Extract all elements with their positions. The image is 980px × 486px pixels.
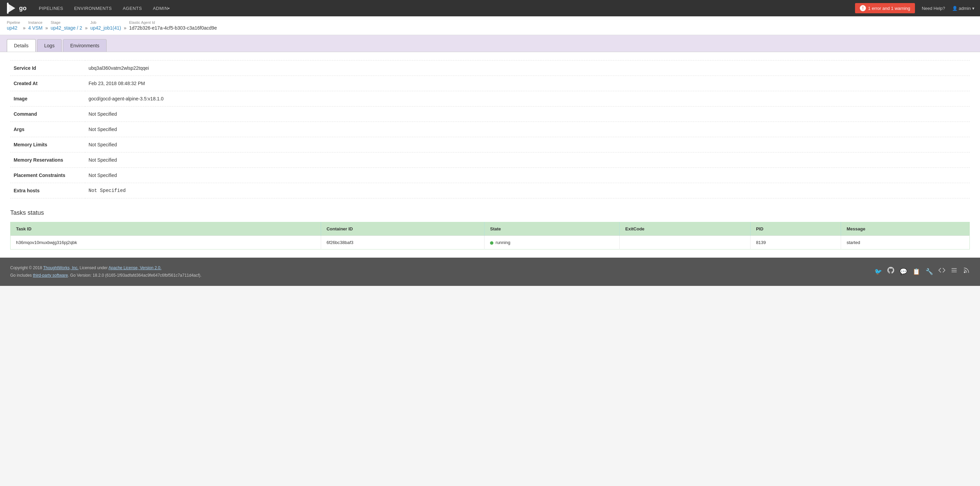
breadcrumb-pipeline: Pipeline up42 xyxy=(7,21,20,31)
details-value: Not Specified xyxy=(85,152,970,168)
details-value: Not Specified xyxy=(85,106,970,122)
svg-rect-4 xyxy=(952,272,957,273)
footer-go-text: Go includes xyxy=(10,273,33,278)
instance-label: Instance xyxy=(28,21,43,24)
footer-licensed: Licensed under xyxy=(79,265,109,270)
nav-agents[interactable]: AGENTS xyxy=(117,0,147,16)
details-row: Imagegocd/gocd-agent-alpine-3.5:v18.1.0 xyxy=(10,91,970,106)
tab-details[interactable]: Details xyxy=(7,39,36,52)
tasks-table-header: Task ID Container ID State ExitCode PID … xyxy=(11,222,970,236)
admin-username: admin xyxy=(959,6,971,11)
job-label: Job xyxy=(90,21,121,24)
breadcrumb-stage: Stage up42_stage / 2 xyxy=(51,21,83,31)
tab-environments[interactable]: Environments xyxy=(63,39,107,52)
tasks-section: Tasks status Task ID Container ID State … xyxy=(10,209,970,249)
job-link[interactable]: up42_job1(41) xyxy=(90,25,121,31)
tasks-table-body: h36mqov10muxbwjg316pj2qbk6f26bc38baf3run… xyxy=(11,236,970,249)
breadcrumb: Pipeline up42 » Instance 4 VSM » Stage u… xyxy=(0,16,980,35)
container-id: 6f26bc38baf3 xyxy=(321,236,484,249)
clipboard-icon[interactable]: 📋 xyxy=(913,266,920,277)
svg-rect-2 xyxy=(952,268,957,269)
details-key: Placement Constraints xyxy=(10,168,85,183)
details-key: Service Id xyxy=(10,60,85,76)
github-icon[interactable] xyxy=(888,266,894,277)
twitter-icon[interactable]: 🐦 xyxy=(875,266,882,277)
footer-text: Copyright © 2018 ThoughtWorks, Inc. Lice… xyxy=(10,264,202,279)
sep-4: » xyxy=(124,21,126,31)
details-row: Placement ConstraintsNot Specified xyxy=(10,168,970,183)
error-badge-text: 1 error and 1 warning xyxy=(868,6,910,11)
footer-copyright: Copyright © 2018 xyxy=(10,265,43,270)
admin-dropdown[interactable]: 👤 admin ▾ xyxy=(952,6,975,11)
svg-rect-3 xyxy=(952,270,957,271)
details-row: Memory ReservationsNot Specified xyxy=(10,152,970,168)
footer-version: . Go Version: 18.2.0 (6165-1f93adfafd364… xyxy=(68,273,201,278)
task-id: h36mqov10muxbwjg316pj2qbk xyxy=(11,236,321,249)
rss-icon[interactable] xyxy=(963,266,970,277)
col-pid: PID xyxy=(751,222,841,236)
code-icon[interactable] xyxy=(939,266,945,277)
svg-marker-0 xyxy=(8,4,15,13)
col-container-id: Container ID xyxy=(321,222,484,236)
main-content: Service Idubq3al360vatm2wlsp22tqqeiCreat… xyxy=(0,52,980,257)
stage-label: Stage xyxy=(51,21,83,24)
details-value: Not Specified xyxy=(85,168,970,183)
details-key: Image xyxy=(10,91,85,106)
brand-logo[interactable]: go xyxy=(5,2,27,14)
tasks-table: Task ID Container ID State ExitCode PID … xyxy=(10,222,970,249)
details-row: ArgsNot Specified xyxy=(10,122,970,137)
footer-icons: 🐦 💬 📋 🔧 xyxy=(875,266,970,277)
chat-icon[interactable]: 💬 xyxy=(900,266,907,277)
details-table: Service Idubq3al360vatm2wlsp22tqqeiCreat… xyxy=(10,60,970,199)
details-key: Memory Reservations xyxy=(10,152,85,168)
task-message: started xyxy=(841,236,970,249)
instance-link[interactable]: 4 VSM xyxy=(28,25,43,31)
nav-links: PIPELINES ENVIRONMENTS AGENTS ADMIN xyxy=(33,0,855,16)
admin-icon: 👤 xyxy=(952,6,958,11)
details-value: gocd/gocd-agent-alpine-3.5:v18.1.0 xyxy=(85,91,970,106)
details-value: ubq3al360vatm2wlsp22tqqei xyxy=(85,60,970,76)
breadcrumb-elastic-id: Elastic Agent Id 1d72b326-e17a-4cf5-b303… xyxy=(129,21,217,31)
breadcrumb-instance: Instance 4 VSM xyxy=(28,21,43,31)
details-key: Command xyxy=(10,106,85,122)
navbar-right: ! 1 error and 1 warning Need Help? 👤 adm… xyxy=(855,3,975,13)
details-row: Created AtFeb 23, 2018 08:48:32 PM xyxy=(10,76,970,91)
nav-environments[interactable]: ENVIRONMENTS xyxy=(69,0,118,16)
details-value: Not Specified xyxy=(85,137,970,152)
pipeline-link[interactable]: up42 xyxy=(7,25,20,31)
footer-apache-link[interactable]: Apache License, Version 2.0. xyxy=(109,265,161,270)
stage-link[interactable]: up42_stage / 2 xyxy=(51,25,83,31)
pipeline-label: Pipeline xyxy=(7,21,20,24)
details-value: Feb 23, 2018 08:48:32 PM xyxy=(85,76,970,91)
error-warning-badge[interactable]: ! 1 error and 1 warning xyxy=(855,3,915,13)
details-key: Memory Limits xyxy=(10,137,85,152)
details-value: Not Specified xyxy=(85,122,970,137)
details-row: CommandNot Specified xyxy=(10,106,970,122)
nav-pipelines[interactable]: PIPELINES xyxy=(33,0,69,16)
details-key: Extra hosts xyxy=(10,183,85,199)
help-link[interactable]: Need Help? xyxy=(919,6,948,11)
details-key: Args xyxy=(10,122,85,137)
svg-rect-1 xyxy=(7,3,9,14)
footer-line-1: Copyright © 2018 ThoughtWorks, Inc. Lice… xyxy=(10,264,202,272)
list-icon[interactable] xyxy=(951,266,958,277)
details-value: Not Specified xyxy=(85,183,970,199)
footer-third-party-link[interactable]: third-party software xyxy=(33,273,68,278)
exit-code xyxy=(620,236,751,249)
details-row: Extra hostsNot Specified xyxy=(10,183,970,199)
col-exit-code: ExitCode xyxy=(620,222,751,236)
tasks-header-row: Task ID Container ID State ExitCode PID … xyxy=(11,222,970,236)
tab-logs[interactable]: Logs xyxy=(37,39,62,52)
sep-1: » xyxy=(23,21,25,31)
tasks-title: Tasks status xyxy=(10,209,970,216)
nav-admin[interactable]: ADMIN xyxy=(148,0,175,16)
footer-thoughtworks-link[interactable]: ThoughtWorks, Inc. xyxy=(43,265,79,270)
navbar: go PIPELINES ENVIRONMENTS AGENTS ADMIN !… xyxy=(0,0,980,16)
elastic-label: Elastic Agent Id xyxy=(129,21,217,24)
col-task-id: Task ID xyxy=(11,222,321,236)
tabs-container: Details Logs Environments xyxy=(0,35,980,52)
admin-arrow: ▾ xyxy=(972,6,975,11)
wrench-icon[interactable]: 🔧 xyxy=(926,266,933,277)
details-row: Service Idubq3al360vatm2wlsp22tqqei xyxy=(10,60,970,76)
details-key: Created At xyxy=(10,76,85,91)
